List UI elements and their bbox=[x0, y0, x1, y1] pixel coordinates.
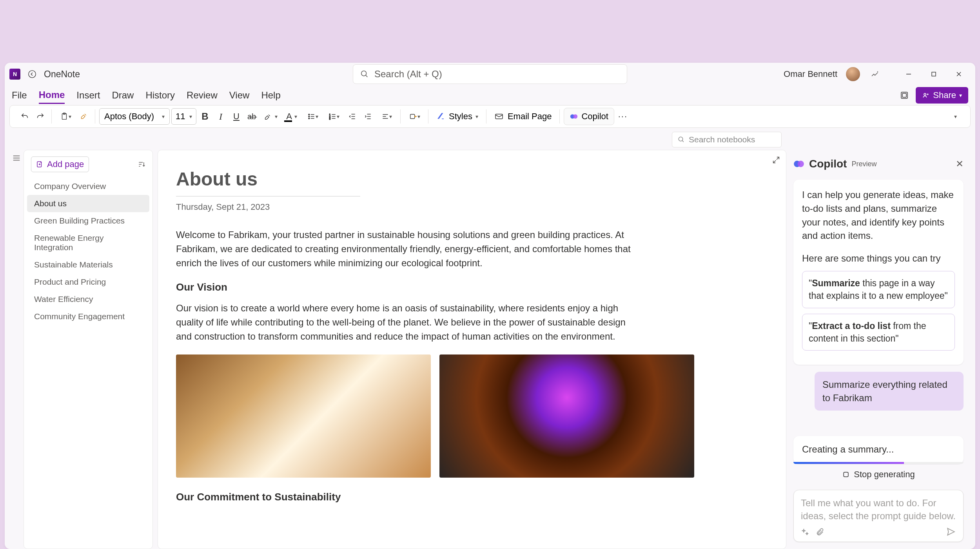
copilot-preview-badge: Preview bbox=[851, 160, 877, 168]
styles-button[interactable]: Styles▾ bbox=[432, 109, 482, 124]
bullet-list-button[interactable]: ▾ bbox=[303, 109, 323, 124]
page-item-company-overview[interactable]: Company Overview bbox=[27, 178, 149, 195]
more-button[interactable]: ··· bbox=[616, 109, 630, 124]
page-canvas[interactable]: About us Thursday, Sept 21, 2023 Welcome… bbox=[158, 150, 786, 549]
font-size-select[interactable]: 11▾ bbox=[171, 108, 196, 125]
tab-home[interactable]: Home bbox=[39, 87, 65, 104]
paragraph-intro[interactable]: Welcome to Fabrikam, your trusted partne… bbox=[176, 228, 639, 270]
svg-line-2 bbox=[366, 75, 368, 77]
image-wooden-architecture[interactable] bbox=[176, 354, 431, 478]
stop-icon bbox=[842, 471, 850, 478]
redo-button[interactable] bbox=[33, 109, 47, 124]
align-button[interactable]: ▾ bbox=[377, 109, 396, 124]
expand-page-button[interactable] bbox=[772, 156, 780, 164]
pages-sidebar: Add page Company Overview About us Green… bbox=[24, 150, 153, 549]
svg-point-9 bbox=[924, 93, 926, 95]
copilot-panel: Copilot Preview ✕ I can help you generat… bbox=[786, 150, 971, 549]
svg-point-12 bbox=[309, 114, 310, 115]
page-item-water-efficiency[interactable]: Water Efficiency bbox=[27, 291, 149, 308]
image-spiral-dome[interactable] bbox=[439, 354, 694, 478]
back-button[interactable] bbox=[26, 68, 38, 80]
email-page-button[interactable]: Email Page bbox=[490, 109, 556, 124]
progress-bar bbox=[793, 462, 964, 464]
highlight-button[interactable]: ▾ bbox=[261, 109, 280, 124]
svg-line-38 bbox=[682, 140, 684, 142]
copilot-progress-text: Creating a summary... bbox=[802, 444, 955, 455]
svg-rect-33 bbox=[410, 115, 414, 119]
svg-rect-50 bbox=[844, 472, 848, 477]
font-color-button[interactable]: A▾ bbox=[282, 109, 301, 124]
italic-button[interactable]: I bbox=[214, 109, 228, 124]
copilot-suggestion-summarize[interactable]: "Summarize this page in a way that expla… bbox=[802, 271, 955, 308]
chevron-down-icon: ▾ bbox=[959, 92, 962, 98]
user-name[interactable]: Omar Bennett bbox=[784, 69, 837, 79]
format-painter-button[interactable] bbox=[77, 109, 91, 124]
paragraph-vision[interactable]: Our vision is to create a world where ev… bbox=[176, 301, 639, 344]
page-item-about-us[interactable]: About us bbox=[27, 195, 149, 212]
indent-button[interactable] bbox=[361, 109, 375, 124]
sort-pages-button[interactable] bbox=[138, 160, 145, 168]
copilot-try-text: Here are some things you can try bbox=[802, 253, 955, 264]
minimize-button[interactable] bbox=[897, 67, 920, 81]
copilot-input[interactable]: Tell me what you want to do. For ideas, … bbox=[793, 490, 964, 542]
close-button[interactable] bbox=[947, 67, 971, 81]
tag-button[interactable]: ▾ bbox=[405, 109, 424, 124]
underline-button[interactable]: U bbox=[229, 109, 243, 124]
outdent-button[interactable] bbox=[345, 109, 359, 124]
avatar[interactable] bbox=[846, 67, 860, 81]
share-button[interactable]: Share ▾ bbox=[916, 87, 968, 104]
svg-point-37 bbox=[679, 137, 683, 141]
heading-commitment[interactable]: Our Commitment to Sustainability bbox=[176, 491, 768, 503]
page-date: Thursday, Sept 21, 2023 bbox=[176, 202, 768, 212]
copilot-intro-card: I can help you generate ideas, make to-d… bbox=[793, 180, 964, 365]
attach-icon[interactable] bbox=[816, 528, 824, 537]
search-icon bbox=[360, 70, 369, 78]
app-title: OneNote bbox=[44, 69, 80, 80]
font-name-select[interactable]: Aptos (Body)▾ bbox=[99, 108, 170, 125]
strikethrough-button[interactable]: ab— bbox=[245, 109, 259, 124]
number-list-button[interactable]: 123▾ bbox=[324, 109, 344, 124]
page-item-sustainable-materials[interactable]: Sustainable Materials bbox=[27, 256, 149, 273]
paste-button[interactable]: ▾ bbox=[56, 109, 75, 124]
tab-draw[interactable]: Draw bbox=[112, 87, 134, 103]
page-item-community-engagement[interactable]: Community Engagement bbox=[27, 308, 149, 325]
draw-quick-icon[interactable] bbox=[869, 67, 882, 81]
tab-history[interactable]: History bbox=[145, 87, 175, 103]
copilot-close-button[interactable]: ✕ bbox=[956, 158, 964, 169]
tab-insert[interactable]: Insert bbox=[76, 87, 100, 103]
copilot-title: Copilot bbox=[809, 158, 847, 170]
copilot-ribbon-button[interactable]: Copilot bbox=[564, 108, 614, 125]
app-icon: N bbox=[9, 69, 20, 80]
svg-point-36 bbox=[573, 115, 578, 119]
tab-review[interactable]: Review bbox=[187, 87, 218, 103]
copilot-logo-icon bbox=[793, 158, 804, 169]
svg-point-1 bbox=[361, 71, 367, 76]
tab-help[interactable]: Help bbox=[261, 87, 280, 103]
maximize-button[interactable] bbox=[922, 67, 946, 81]
tab-view[interactable]: View bbox=[229, 87, 250, 103]
page-item-renewable-energy[interactable]: Renewable Energy Integration bbox=[27, 229, 149, 256]
page-item-green-building[interactable]: Green Building Practices bbox=[27, 212, 149, 229]
undo-button[interactable] bbox=[18, 109, 32, 124]
page-title[interactable]: About us bbox=[176, 168, 768, 190]
bold-button[interactable]: B bbox=[198, 109, 212, 124]
collapse-ribbon-button[interactable]: ▾ bbox=[948, 109, 962, 124]
tab-file[interactable]: File bbox=[12, 87, 27, 103]
search-input[interactable]: Search (Alt + Q) bbox=[353, 64, 627, 84]
heading-vision[interactable]: Our Vision bbox=[176, 281, 768, 293]
toolbar: ▾ Aptos (Body)▾ 11▾ B I U ab— ▾ A▾ ▾ 123… bbox=[9, 105, 971, 128]
add-page-button[interactable]: Add page bbox=[31, 156, 89, 172]
svg-rect-8 bbox=[902, 93, 906, 97]
styles-icon bbox=[436, 112, 446, 121]
add-page-icon bbox=[36, 161, 43, 168]
share-icon bbox=[922, 91, 930, 99]
nav-toggle-button[interactable] bbox=[12, 154, 21, 549]
search-notebooks-input[interactable]: Search notebooks bbox=[672, 132, 782, 147]
stop-generating-button[interactable]: Stop generating bbox=[793, 464, 964, 485]
page-item-product-pricing[interactable]: Product and Pricing bbox=[27, 273, 149, 291]
copilot-suggestion-todo[interactable]: "Extract a to-do list from the content i… bbox=[802, 314, 955, 351]
send-button[interactable] bbox=[946, 527, 956, 537]
feed-icon[interactable] bbox=[898, 89, 910, 101]
svg-rect-34 bbox=[495, 114, 503, 119]
sparkle-icon[interactable] bbox=[801, 528, 809, 537]
